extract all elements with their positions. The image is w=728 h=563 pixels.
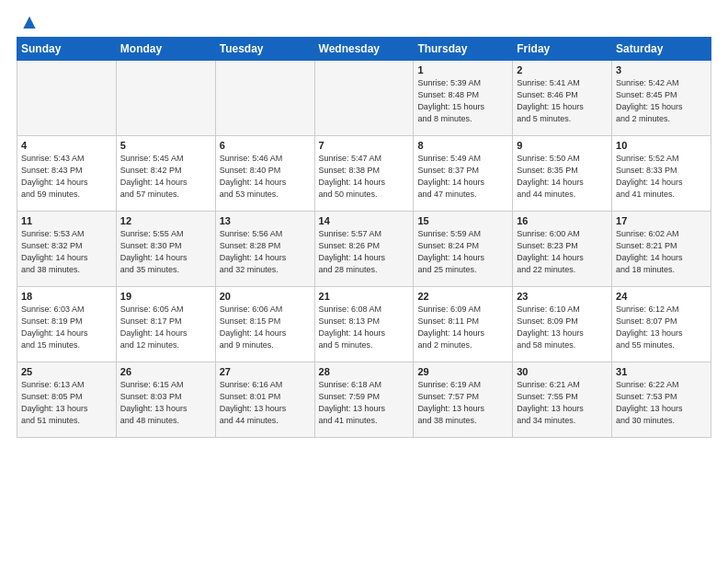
day-cell: 25Sunrise: 6:13 AM Sunset: 8:05 PM Dayli…	[17, 362, 117, 438]
day-info: Sunrise: 6:05 AM Sunset: 8:17 PM Dayligh…	[120, 304, 211, 351]
day-cell	[116, 61, 215, 136]
day-number: 2	[517, 64, 608, 75]
day-cell: 2Sunrise: 5:41 AM Sunset: 8:46 PM Daylig…	[513, 61, 612, 136]
day-cell: 27Sunrise: 6:16 AM Sunset: 8:01 PM Dayli…	[215, 362, 314, 438]
day-info: Sunrise: 6:22 AM Sunset: 7:53 PM Dayligh…	[616, 379, 707, 427]
calendar-page: Sunday Monday Tuesday Wednesday Thursday…	[0, 0, 728, 563]
day-cell: 19Sunrise: 6:05 AM Sunset: 8:17 PM Dayli…	[116, 287, 215, 362]
day-number: 10	[616, 140, 707, 151]
col-thursday: Thursday	[414, 38, 513, 61]
day-cell: 7Sunrise: 5:47 AM Sunset: 8:38 PM Daylig…	[314, 136, 414, 212]
day-info: Sunrise: 5:47 AM Sunset: 8:38 PM Dayligh…	[319, 153, 410, 201]
day-cell: 21Sunrise: 6:08 AM Sunset: 8:13 PM Dayli…	[314, 287, 414, 362]
week-row-2: 11Sunrise: 5:53 AM Sunset: 8:32 PM Dayli…	[17, 212, 711, 287]
day-number: 19	[120, 291, 211, 302]
day-number: 14	[319, 215, 410, 226]
calendar-header: Sunday Monday Tuesday Wednesday Thursday…	[17, 38, 711, 61]
week-row-0: 1Sunrise: 5:39 AM Sunset: 8:48 PM Daylig…	[17, 61, 711, 136]
day-number: 6	[220, 140, 311, 151]
day-number: 1	[417, 64, 508, 75]
day-cell: 24Sunrise: 6:12 AM Sunset: 8:07 PM Dayli…	[612, 287, 711, 362]
day-number: 27	[220, 366, 311, 377]
day-cell: 5Sunrise: 5:45 AM Sunset: 8:42 PM Daylig…	[116, 136, 215, 212]
day-number: 11	[21, 215, 112, 226]
day-info: Sunrise: 5:49 AM Sunset: 8:37 PM Dayligh…	[417, 153, 508, 201]
day-number: 29	[417, 366, 508, 377]
day-info: Sunrise: 5:56 AM Sunset: 8:28 PM Dayligh…	[220, 228, 311, 276]
col-wednesday: Wednesday	[314, 38, 414, 61]
day-number: 4	[21, 140, 112, 151]
day-cell	[17, 61, 117, 136]
day-info: Sunrise: 5:57 AM Sunset: 8:26 PM Dayligh…	[319, 228, 410, 276]
day-cell: 26Sunrise: 6:15 AM Sunset: 8:03 PM Dayli…	[116, 362, 215, 438]
day-cell: 20Sunrise: 6:06 AM Sunset: 8:15 PM Dayli…	[215, 287, 314, 362]
day-number: 12	[120, 215, 211, 226]
day-cell: 16Sunrise: 6:00 AM Sunset: 8:23 PM Dayli…	[513, 212, 612, 287]
day-info: Sunrise: 6:02 AM Sunset: 8:21 PM Dayligh…	[616, 228, 707, 276]
day-info: Sunrise: 5:46 AM Sunset: 8:40 PM Dayligh…	[220, 153, 311, 201]
day-cell: 9Sunrise: 5:50 AM Sunset: 8:35 PM Daylig…	[513, 136, 612, 212]
day-cell: 4Sunrise: 5:43 AM Sunset: 8:43 PM Daylig…	[17, 136, 117, 212]
day-number: 23	[517, 291, 608, 302]
day-info: Sunrise: 5:45 AM Sunset: 8:42 PM Dayligh…	[120, 153, 211, 201]
day-cell: 30Sunrise: 6:21 AM Sunset: 7:55 PM Dayli…	[513, 362, 612, 438]
day-info: Sunrise: 5:39 AM Sunset: 8:48 PM Dayligh…	[417, 77, 508, 125]
day-cell	[215, 61, 314, 136]
day-info: Sunrise: 6:08 AM Sunset: 8:13 PM Dayligh…	[319, 304, 410, 351]
day-number: 30	[517, 366, 608, 377]
day-cell: 29Sunrise: 6:19 AM Sunset: 7:57 PM Dayli…	[414, 362, 513, 438]
page-header	[17, 15, 711, 29]
day-number: 5	[120, 140, 211, 151]
day-info: Sunrise: 6:21 AM Sunset: 7:55 PM Dayligh…	[517, 379, 608, 427]
day-cell: 15Sunrise: 5:59 AM Sunset: 8:24 PM Dayli…	[414, 212, 513, 287]
day-cell: 18Sunrise: 6:03 AM Sunset: 8:19 PM Dayli…	[17, 287, 117, 362]
day-cell: 12Sunrise: 5:55 AM Sunset: 8:30 PM Dayli…	[116, 212, 215, 287]
day-number: 20	[220, 291, 311, 302]
day-info: Sunrise: 5:52 AM Sunset: 8:33 PM Dayligh…	[616, 153, 707, 201]
calendar-table: Sunday Monday Tuesday Wednesday Thursday…	[17, 37, 711, 438]
day-info: Sunrise: 6:09 AM Sunset: 8:11 PM Dayligh…	[417, 304, 508, 351]
day-info: Sunrise: 5:53 AM Sunset: 8:32 PM Dayligh…	[21, 228, 112, 276]
day-info: Sunrise: 6:12 AM Sunset: 8:07 PM Dayligh…	[616, 304, 707, 351]
week-row-1: 4Sunrise: 5:43 AM Sunset: 8:43 PM Daylig…	[17, 136, 711, 212]
day-number: 15	[417, 215, 508, 226]
day-info: Sunrise: 6:18 AM Sunset: 7:59 PM Dayligh…	[319, 379, 410, 427]
day-number: 18	[21, 291, 112, 302]
day-cell: 14Sunrise: 5:57 AM Sunset: 8:26 PM Dayli…	[314, 212, 414, 287]
day-number: 21	[319, 291, 410, 302]
day-info: Sunrise: 6:19 AM Sunset: 7:57 PM Dayligh…	[417, 379, 508, 427]
day-info: Sunrise: 6:10 AM Sunset: 8:09 PM Dayligh…	[517, 304, 608, 351]
day-number: 3	[616, 64, 707, 75]
logo	[17, 15, 39, 29]
calendar-body: 1Sunrise: 5:39 AM Sunset: 8:48 PM Daylig…	[17, 61, 711, 438]
day-info: Sunrise: 5:59 AM Sunset: 8:24 PM Dayligh…	[417, 228, 508, 276]
day-cell: 1Sunrise: 5:39 AM Sunset: 8:48 PM Daylig…	[414, 61, 513, 136]
day-cell: 28Sunrise: 6:18 AM Sunset: 7:59 PM Dayli…	[314, 362, 414, 438]
week-row-4: 25Sunrise: 6:13 AM Sunset: 8:05 PM Dayli…	[17, 362, 711, 438]
day-info: Sunrise: 6:13 AM Sunset: 8:05 PM Dayligh…	[21, 379, 112, 427]
day-info: Sunrise: 6:03 AM Sunset: 8:19 PM Dayligh…	[21, 304, 112, 351]
day-cell: 3Sunrise: 5:42 AM Sunset: 8:45 PM Daylig…	[612, 61, 711, 136]
day-cell: 8Sunrise: 5:49 AM Sunset: 8:37 PM Daylig…	[414, 136, 513, 212]
day-number: 24	[616, 291, 707, 302]
day-number: 13	[220, 215, 311, 226]
week-row-3: 18Sunrise: 6:03 AM Sunset: 8:19 PM Dayli…	[17, 287, 711, 362]
col-sunday: Sunday	[17, 38, 117, 61]
day-info: Sunrise: 5:41 AM Sunset: 8:46 PM Dayligh…	[517, 77, 608, 125]
day-info: Sunrise: 5:43 AM Sunset: 8:43 PM Dayligh…	[21, 153, 112, 201]
day-number: 9	[517, 140, 608, 151]
day-info: Sunrise: 6:00 AM Sunset: 8:23 PM Dayligh…	[517, 228, 608, 276]
header-row: Sunday Monday Tuesday Wednesday Thursday…	[17, 38, 711, 61]
svg-marker-0	[23, 17, 35, 29]
col-saturday: Saturday	[612, 38, 711, 61]
day-number: 26	[120, 366, 211, 377]
day-info: Sunrise: 5:55 AM Sunset: 8:30 PM Dayligh…	[120, 228, 211, 276]
day-number: 7	[319, 140, 410, 151]
day-cell: 22Sunrise: 6:09 AM Sunset: 8:11 PM Dayli…	[414, 287, 513, 362]
day-info: Sunrise: 6:16 AM Sunset: 8:01 PM Dayligh…	[220, 379, 311, 427]
col-tuesday: Tuesday	[215, 38, 314, 61]
day-number: 31	[616, 366, 707, 377]
col-friday: Friday	[513, 38, 612, 61]
day-cell: 17Sunrise: 6:02 AM Sunset: 8:21 PM Dayli…	[612, 212, 711, 287]
day-cell: 23Sunrise: 6:10 AM Sunset: 8:09 PM Dayli…	[513, 287, 612, 362]
